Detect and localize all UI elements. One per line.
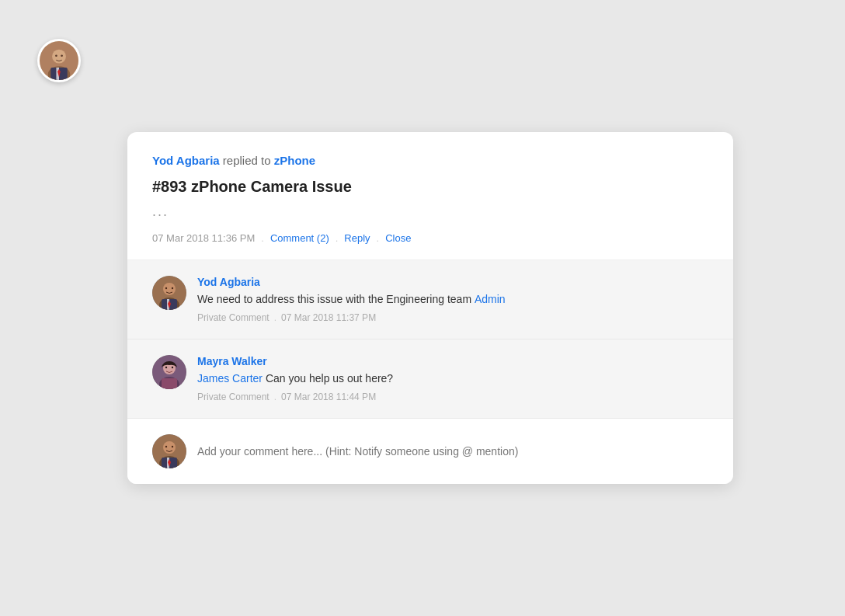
comment-2-text: James Carter Can you help us out here? (197, 371, 708, 387)
comment-1-body: Yod Agbaria We need to address this issu… (197, 276, 708, 323)
comment-1-avatar (152, 276, 186, 310)
comment-1-private: Private Comment (197, 312, 269, 323)
input-user-avatar (152, 434, 186, 468)
comment-2-mention[interactable]: James Carter (197, 372, 263, 385)
meta-bar: 07 Mar 2018 11:36 PM . Comment (2) . Rep… (152, 232, 708, 244)
close-link[interactable]: Close (385, 232, 411, 244)
dot1: . (261, 232, 264, 244)
comment-2-dot: . (274, 392, 276, 402)
comment-1-timestamp: 07 Mar 2018 11:37 PM (281, 312, 376, 323)
comment-1-mention[interactable]: Admin (475, 293, 506, 305)
comment-input-area (127, 419, 733, 484)
svg-point-21 (172, 367, 173, 368)
comment-2-meta: Private Comment . 07 Mar 2018 11:44 PM (197, 392, 708, 402)
comment-2-author[interactable]: Mayra Walker (197, 355, 708, 367)
comment-item-2: Mayra Walker James Carter Can you help u… (127, 339, 733, 419)
ticket-title: #893 zPhone Camera Issue (152, 178, 708, 196)
page-wrapper: Yod Agbaria replied to zPhone #893 zPhon… (0, 0, 845, 616)
svg-point-20 (165, 367, 167, 368)
svg-point-7 (61, 54, 63, 57)
dot2: . (336, 232, 339, 244)
comment-link[interactable]: Comment (2) (270, 232, 329, 244)
svg-point-6 (55, 54, 57, 57)
svg-rect-19 (162, 378, 177, 389)
comment-1-text: We need to address this issue with the E… (197, 291, 708, 308)
header-subtitle: Yod Agbaria replied to zPhone (152, 154, 708, 167)
comment-input[interactable] (197, 445, 708, 458)
comment-item-1: Yod Agbaria We need to address this issu… (127, 260, 733, 339)
comment-1-text-prefix: We need to address this issue with the E… (197, 293, 475, 305)
timestamp: 07 Mar 2018 11:36 PM (152, 232, 255, 244)
main-user-avatar (37, 39, 81, 82)
comment-2-private: Private Comment (197, 392, 269, 402)
card-header: Yod Agbaria replied to zPhone #893 zPhon… (127, 132, 733, 260)
comment-1-meta: Private Comment . 07 Mar 2018 11:37 PM (197, 312, 708, 323)
comment-1-author[interactable]: Yod Agbaria (197, 276, 708, 288)
ellipsis: ... (152, 204, 708, 220)
svg-point-15 (172, 287, 173, 289)
comment-2-avatar (152, 355, 186, 389)
main-card: Yod Agbaria replied to zPhone #893 zPhon… (127, 132, 733, 484)
svg-point-28 (165, 446, 167, 447)
comment-2-timestamp: 07 Mar 2018 11:44 PM (281, 392, 376, 402)
comments-section: Yod Agbaria We need to address this issu… (127, 260, 733, 419)
comment-2-body: Mayra Walker James Carter Can you help u… (197, 355, 708, 402)
author-link[interactable]: Yod Agbaria (152, 154, 220, 167)
org-link[interactable]: zPhone (274, 154, 315, 167)
comment-1-dot: . (274, 312, 276, 323)
reply-link[interactable]: Reply (344, 232, 370, 244)
dot3: . (377, 232, 380, 244)
svg-point-29 (172, 446, 173, 447)
comment-2-text-body: Can you help us out here? (263, 372, 393, 385)
replied-text: replied to (220, 154, 274, 167)
svg-point-14 (165, 287, 167, 289)
